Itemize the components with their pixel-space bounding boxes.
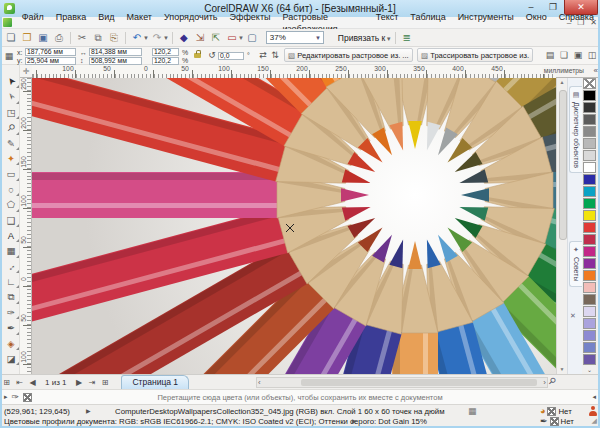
color-swatch[interactable] (583, 294, 596, 305)
trace-bitmap-button[interactable]: ▨ Трассировать растровое из. (417, 48, 533, 62)
ellipse-tool[interactable]: ○ (2, 182, 20, 197)
pan-zoom-icon[interactable]: ⚲ (546, 375, 558, 387)
vertical-ruler[interactable]: 25020015010050050100 (20, 78, 32, 374)
flyout-arrow-icon[interactable]: ▶ (352, 417, 357, 424)
mirror-vertical-icon[interactable]: ⇅ (268, 48, 282, 62)
add-page-icon[interactable]: ⊞ (98, 378, 111, 387)
crop-tool[interactable]: ◳ (2, 105, 20, 120)
mdi-close-icon[interactable]: ✕ (590, 17, 597, 29)
color-swatch[interactable] (583, 198, 596, 209)
color-swatch[interactable] (583, 126, 596, 137)
scroll-down-icon[interactable]: ▼ (557, 365, 567, 374)
proof-colors-icon[interactable] (588, 406, 597, 416)
color-swatch[interactable] (583, 162, 596, 173)
color-swatch[interactable] (583, 306, 596, 317)
color-swatch[interactable] (583, 354, 596, 365)
outline-pen-tool[interactable]: ✒ (2, 320, 20, 335)
height-field[interactable]: 508,992 мм (89, 57, 142, 65)
vertical-scrollbar[interactable]: ▲ ▼ (556, 78, 567, 374)
color-swatch[interactable] (583, 222, 596, 233)
tracking-options-icon[interactable]: ≣ (399, 30, 415, 46)
pick-tool[interactable]: ➤ (2, 74, 20, 89)
freehand-tool[interactable]: ✎ (2, 136, 20, 151)
resample-bitmap-icon[interactable]: ▣ (571, 48, 585, 62)
color-swatch[interactable] (583, 210, 596, 221)
chevron-down-icon[interactable]: ▼ (386, 36, 392, 42)
y-position-field[interactable]: 25,904 мм (25, 57, 76, 65)
connector-tool[interactable]: ∟ (2, 274, 20, 289)
color-swatch[interactable] (583, 138, 596, 149)
color-swatch[interactable] (583, 342, 596, 353)
save-document-icon[interactable]: ▣ (35, 30, 51, 46)
color-swatch[interactable] (583, 258, 596, 269)
edit-bitmap-button[interactable]: ▧ Редактировать растровое из. ... (284, 48, 413, 62)
bitmap-options-icon[interactable]: ◫ (585, 48, 599, 62)
color-swatch[interactable] (583, 102, 596, 113)
smart-fill-tool[interactable]: ✦ (2, 151, 20, 166)
color-swatch[interactable] (583, 330, 596, 341)
first-page-icon[interactable]: ⇤ (13, 378, 26, 387)
text-tool[interactable]: A (2, 228, 20, 243)
mdi-restore-icon[interactable]: ❐ (577, 17, 584, 29)
lock-ratio-icon[interactable] (194, 53, 201, 58)
fullscreen-icon[interactable]: ▢ (244, 30, 260, 46)
snap-to-button[interactable]: Привязать к ▼ (338, 33, 392, 43)
scroll-right-icon[interactable]: › (543, 377, 546, 388)
color-swatch[interactable] (583, 114, 596, 125)
color-swatch[interactable] (583, 150, 596, 161)
export-icon[interactable]: ⇱ (208, 30, 224, 46)
print-icon[interactable]: ⎙ (51, 30, 67, 46)
docker-tab-object-manager[interactable]: ▤Диспетчер объектов (569, 86, 582, 173)
scale-x-field[interactable]: 120,2 (152, 48, 179, 56)
polygon-tool[interactable]: ⬠ (2, 197, 20, 212)
straighten-bitmap-icon[interactable]: ▤ (543, 48, 557, 62)
docker-tab-hints[interactable]: ✦Советы (569, 241, 582, 287)
rectangle-tool[interactable]: ▭ (2, 166, 20, 181)
chevron-down-icon[interactable]: ▼ (315, 35, 321, 41)
palette-collapse-icon[interactable]: ◂ (592, 393, 596, 401)
horizontal-ruler[interactable]: 10050050100150200250300350400450 (32, 65, 556, 78)
color-swatch[interactable] (583, 270, 596, 281)
basic-shapes-tool[interactable]: ❑ (2, 213, 20, 228)
table-tool[interactable]: ▦ (2, 243, 20, 258)
chevron-down-icon[interactable]: ▼ (163, 35, 169, 41)
resize-grip-icon[interactable]: ◢ (592, 417, 597, 425)
color-swatch[interactable] (583, 246, 596, 257)
open-document-icon[interactable]: ❐ (19, 30, 35, 46)
color-swatch[interactable] (583, 318, 596, 329)
previous-page-icon[interactable]: ◀ (26, 378, 39, 387)
blend-tool[interactable]: ⧉ (2, 289, 20, 304)
color-swatch[interactable] (583, 90, 596, 101)
x-position-field[interactable]: 187,766 мм (25, 48, 76, 56)
dimension-tool[interactable]: ↔ (2, 259, 20, 274)
last-page-icon[interactable]: ⇥ (85, 378, 98, 387)
paste-icon[interactable]: ⎘ (106, 30, 122, 46)
zoom-tool[interactable]: ⚲ (2, 120, 20, 135)
copy-icon[interactable]: ⧉ (90, 30, 106, 46)
mdi-minimize-icon[interactable]: – (567, 17, 571, 29)
scale-y-field[interactable]: 120,2 (152, 57, 179, 65)
docker-close-icon[interactable]: ✕ (570, 312, 576, 320)
interactive-fill-tool[interactable]: ◪ (2, 351, 20, 366)
scroll-left-icon[interactable]: ‹ (258, 377, 261, 388)
no-color-swatch[interactable] (583, 78, 596, 89)
fill-tool[interactable]: ◈ (2, 336, 20, 351)
color-swatch[interactable] (583, 186, 596, 197)
scroll-up-icon[interactable]: ▲ (557, 78, 567, 87)
width-field[interactable]: 814,388 мм (89, 48, 142, 56)
next-page-icon[interactable]: ▶ (72, 378, 85, 387)
zoom-level-combo[interactable]: 37% ▼ (266, 31, 324, 44)
color-swatch[interactable] (583, 282, 596, 293)
color-swatch[interactable] (583, 234, 596, 245)
flyout-arrow-icon[interactable]: ▶ (86, 407, 91, 414)
page-tab[interactable]: Страница 1 (121, 375, 189, 389)
import-icon[interactable]: ⇲ (192, 30, 208, 46)
color-swatch[interactable] (583, 174, 596, 185)
ruler-origin-icon[interactable]: ✛ (20, 65, 32, 78)
horizontal-scrollbar[interactable]: ‹ › (256, 377, 548, 388)
eyedropper-tool[interactable]: ✑ (2, 305, 20, 320)
rotation-angle-field[interactable]: 0,0 (218, 52, 244, 60)
shape-tool[interactable]: ➣ (2, 89, 20, 104)
drawing-canvas[interactable] (32, 78, 556, 374)
cut-icon[interactable]: ✂ (74, 30, 90, 46)
